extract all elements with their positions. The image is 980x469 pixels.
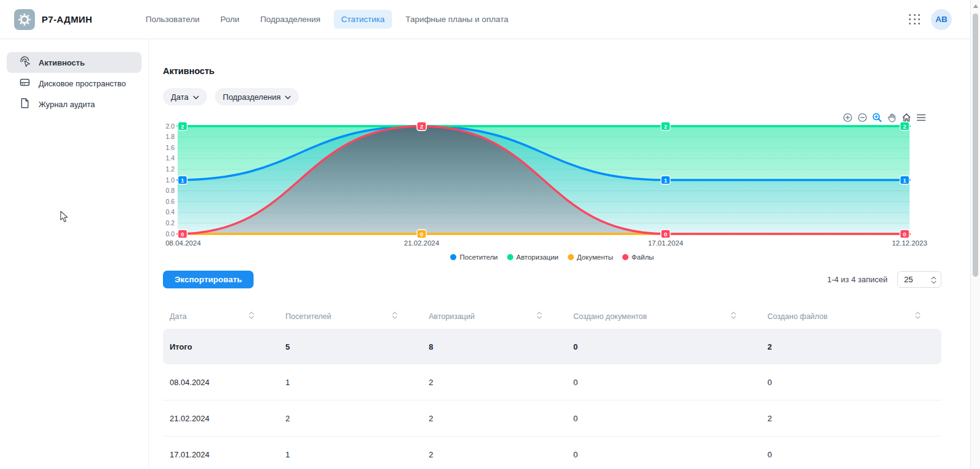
table-column-header-3[interactable]: Создано документов xyxy=(567,311,761,321)
column-label: Создано файлов xyxy=(767,312,827,321)
svg-text:1: 1 xyxy=(664,177,668,184)
selection-zoom-icon[interactable] xyxy=(872,113,882,122)
main-content: Активность Дата Подразделения xyxy=(149,39,970,469)
svg-text:17.01.2024: 17.01.2024 xyxy=(648,239,684,247)
activity-area-chart[interactable]: 2.01.81.61.41.21.00.80.60.40.20.0 1 2 1 … xyxy=(163,122,941,251)
legend-dot-icon xyxy=(450,254,456,260)
chevron-down-icon xyxy=(193,92,199,102)
table-cell: 2 xyxy=(422,414,567,423)
table-cell: 2 xyxy=(761,414,941,423)
select-spinner-icon xyxy=(931,276,937,284)
svg-text:0: 0 xyxy=(664,231,667,238)
avatar[interactable]: АВ xyxy=(931,9,952,30)
nav-tab-4[interactable]: Тарифные планы и оплата xyxy=(398,10,516,29)
svg-text:0.4: 0.4 xyxy=(165,208,175,216)
svg-text:12.12.2023: 12.12.2023 xyxy=(892,239,927,247)
menu-icon[interactable] xyxy=(916,113,926,122)
chart-legend: Посетители Авторизации Документы Файлы xyxy=(163,252,941,262)
sidebar-item-1[interactable]: Дисковое пространство xyxy=(7,73,141,94)
table-column-header-1[interactable]: Посетителей xyxy=(279,311,422,321)
table-column-header-0[interactable]: Дата xyxy=(163,311,279,321)
app-window: Р7-АДМИН ПользователиРолиПодразделенияСт… xyxy=(0,0,980,469)
svg-text:2: 2 xyxy=(903,123,906,130)
sidebar-item-0[interactable]: Активность xyxy=(7,52,141,73)
table-cell: 0 xyxy=(567,414,761,423)
legend-label: Файлы xyxy=(631,253,654,261)
chart-toolbar xyxy=(163,113,941,122)
scrollbar-up-arrow-icon[interactable] xyxy=(973,4,978,8)
table-column-header-2[interactable]: Авторизаций xyxy=(422,311,567,321)
svg-text:0.8: 0.8 xyxy=(165,187,175,194)
nav-tab-0[interactable]: Пользователи xyxy=(138,10,207,29)
apps-grid-icon[interactable] xyxy=(909,14,921,24)
legend-label: Документы xyxy=(577,253,613,261)
filter-label: Подразделения xyxy=(223,92,281,102)
table-column-header-4[interactable]: Создано файлов xyxy=(761,311,941,321)
activity-chart-card: 2.01.81.61.41.21.00.80.60.40.20.0 1 2 1 … xyxy=(163,113,941,262)
brand-name: Р7-АДМИН xyxy=(42,14,92,24)
table-cell: 2 xyxy=(279,414,422,423)
nav-tab-2[interactable]: Подразделения xyxy=(253,10,328,29)
legend-item-1[interactable]: Авторизации xyxy=(507,253,559,261)
sort-icon[interactable] xyxy=(249,311,254,321)
table-row-2: 17.01.20241200 xyxy=(163,437,941,469)
sidebar-item-2[interactable]: Журнал аудита xyxy=(7,94,141,114)
svg-text:0: 0 xyxy=(903,231,906,238)
legend-item-2[interactable]: Документы xyxy=(568,253,613,261)
svg-text:0.2: 0.2 xyxy=(165,219,175,227)
page-title: Активность xyxy=(163,66,941,76)
sidebar-item-label: Активность xyxy=(39,58,85,67)
svg-text:1.8: 1.8 xyxy=(165,133,175,140)
table-row-1: 21.02.20242202 xyxy=(163,400,941,437)
scrollbar-thumb[interactable] xyxy=(973,13,978,277)
svg-text:2: 2 xyxy=(420,123,423,130)
records-area: 1-4 из 4 записей 25 xyxy=(827,271,941,288)
filters-row: Дата Подразделения xyxy=(163,88,941,105)
table-cell: 1 xyxy=(279,450,422,459)
export-button[interactable]: Экспортировать xyxy=(163,271,254,288)
legend-item-0[interactable]: Посетители xyxy=(450,253,497,261)
page-size-select[interactable]: 25 xyxy=(897,271,941,288)
filter-label: Дата xyxy=(171,92,189,102)
window-scrollbar[interactable] xyxy=(970,0,980,469)
legend-dot-icon xyxy=(568,254,574,260)
records-summary: 1-4 из 4 записей xyxy=(827,275,888,284)
sort-icon[interactable] xyxy=(915,311,921,321)
sort-icon[interactable] xyxy=(537,311,542,321)
svg-text:0: 0 xyxy=(420,231,423,238)
sidebar-item-label: Дисковое пространство xyxy=(39,79,126,88)
sidebar-item-label: Журнал аудита xyxy=(39,100,95,109)
table-total-row: Итого5802 xyxy=(163,329,941,364)
table-cell: 0 xyxy=(567,342,761,351)
svg-text:1: 1 xyxy=(181,177,184,184)
svg-text:0.6: 0.6 xyxy=(165,198,175,205)
sort-icon[interactable] xyxy=(731,311,736,321)
svg-text:1.2: 1.2 xyxy=(165,165,175,173)
column-label: Авторизаций xyxy=(429,312,475,321)
legend-dot-icon xyxy=(507,254,513,260)
pan-icon[interactable] xyxy=(886,113,897,122)
table-cell: 0 xyxy=(761,450,941,459)
main-nav: ПользователиРолиПодразделенияСтатистикаТ… xyxy=(138,10,516,29)
nav-tab-3[interactable]: Статистика xyxy=(334,10,392,29)
table-cell: 2 xyxy=(761,342,941,351)
svg-text:21.02.2024: 21.02.2024 xyxy=(404,239,440,247)
table-cell: 21.02.2024 xyxy=(163,414,279,423)
reset-home-icon[interactable] xyxy=(901,113,911,122)
filter-pill-1[interactable]: Подразделения xyxy=(215,88,300,105)
page-size-value: 25 xyxy=(904,275,913,284)
activity-table: Дата Посетителей Авторизаций Создано док… xyxy=(163,303,941,469)
svg-text:2.0: 2.0 xyxy=(165,122,175,130)
svg-text:1.6: 1.6 xyxy=(165,144,175,151)
brand: Р7-АДМИН xyxy=(14,9,92,30)
legend-item-3[interactable]: Файлы xyxy=(622,253,654,261)
disk-icon xyxy=(19,77,31,90)
nav-tab-1[interactable]: Роли xyxy=(213,10,247,29)
table-cell: 0 xyxy=(567,450,761,459)
header-right: АВ xyxy=(909,9,952,30)
zoom-in-icon[interactable] xyxy=(842,113,853,122)
filter-pill-0[interactable]: Дата xyxy=(163,88,207,105)
sort-icon[interactable] xyxy=(392,311,398,321)
zoom-out-icon[interactable] xyxy=(857,113,867,122)
legend-label: Посетители xyxy=(459,253,497,261)
